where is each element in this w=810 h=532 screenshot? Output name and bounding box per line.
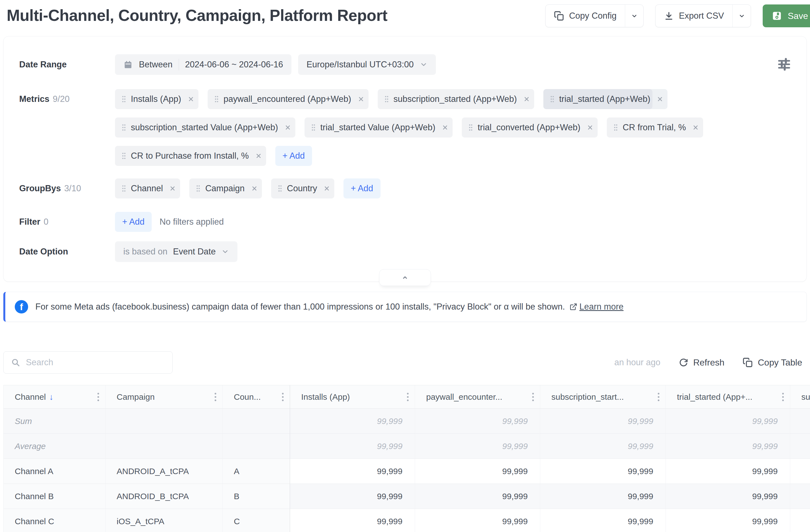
export-csv-split-button: Export CSV	[655, 4, 751, 27]
remove-icon[interactable]	[652, 89, 667, 109]
column-header-channel[interactable]: Channel↓	[4, 385, 106, 409]
column-header-label: trial_started (App+...	[677, 392, 752, 402]
remove-icon[interactable]	[688, 117, 703, 138]
column-header-m5[interactable]: su	[790, 385, 810, 409]
drag-handle-icon[interactable]	[214, 96, 219, 103]
filter-add-button[interactable]: + Add	[115, 212, 152, 232]
metric-pill-body: subscription_started Value (App+Web)	[115, 117, 280, 138]
column-header-m1[interactable]: Installs (App)	[290, 385, 415, 409]
groupbys-label: GroupBys3/10	[19, 178, 81, 198]
drag-handle-icon[interactable]	[614, 124, 618, 131]
export-csv-button[interactable]: Export CSV	[655, 5, 732, 27]
metric-pill[interactable]: trial_started Value (App+Web)	[305, 117, 453, 138]
date-range-picker[interactable]: Between 2024-06-06 ~ 2024-06-16	[115, 54, 291, 75]
metric-add-button[interactable]: + Add	[275, 146, 312, 166]
view-settings-button[interactable]	[776, 57, 792, 72]
search-box	[3, 351, 173, 374]
remove-icon[interactable]	[251, 146, 266, 166]
cell-m1: 99,999	[290, 434, 415, 459]
drag-handle-icon[interactable]	[468, 124, 473, 131]
copy-table-button[interactable]: Copy Table	[743, 357, 802, 368]
learn-more-link[interactable]: Learn more	[569, 302, 624, 312]
save-button[interactable]: Save	[763, 4, 810, 27]
sliders-icon	[777, 57, 791, 71]
cell-m5	[790, 509, 810, 532]
report-config-panel: Date Range Between 2024-06-06 ~ 2024-06-…	[3, 36, 807, 282]
drag-handle-icon[interactable]	[550, 96, 554, 103]
metric-pill[interactable]: subscription_started (App+Web)	[378, 89, 534, 109]
drag-handle-icon[interactable]	[311, 124, 315, 131]
metric-pill[interactable]: Installs (App)	[115, 89, 198, 109]
metric-pill[interactable]: trial_converted (App+Web)	[462, 117, 598, 138]
drag-handle-icon[interactable]	[122, 124, 126, 131]
cell-m3: 99,999	[540, 484, 666, 509]
column-menu-icon[interactable]	[406, 392, 409, 402]
cell-campaign	[106, 409, 223, 434]
column-header-campaign[interactable]: Campaign	[106, 385, 223, 409]
column-menu-icon[interactable]	[214, 392, 217, 402]
copy-config-button[interactable]: Copy Config	[546, 5, 625, 27]
metric-pill[interactable]: paywall_encountered (App+Web)	[208, 89, 369, 109]
cell-m1: 99,999	[290, 509, 415, 532]
drag-handle-icon[interactable]	[122, 96, 126, 103]
remove-icon[interactable]	[247, 178, 262, 198]
column-header-country[interactable]: Coun...	[223, 385, 290, 409]
metric-pill-label: CR from Trial, %	[623, 123, 686, 132]
timezone-select[interactable]: Europe/Istanbul UTC+03:00	[298, 54, 436, 75]
cell-channel: Channel A	[4, 459, 106, 484]
groupby-pill[interactable]: Channel	[115, 178, 180, 198]
metric-pill-label: Installs (App)	[131, 94, 181, 104]
metric-pill[interactable]: subscription_started Value (App+Web)	[115, 117, 295, 138]
metrics-count: 9/20	[53, 94, 69, 104]
copy-config-dropdown[interactable]	[625, 5, 643, 27]
remove-icon[interactable]	[354, 89, 369, 109]
column-menu-icon[interactable]	[532, 392, 534, 402]
remove-icon[interactable]	[519, 89, 534, 109]
column-menu-icon[interactable]	[657, 392, 660, 402]
groupby-pill-label: Campaign	[205, 183, 244, 193]
save-icon	[772, 11, 782, 21]
column-header-m4[interactable]: trial_started (App+...	[666, 385, 790, 409]
cell-m2: 99,999	[415, 434, 540, 459]
date-option-controls: is based on Event Date	[115, 241, 238, 262]
groupby-pill[interactable]: Country	[271, 178, 335, 198]
save-label: Save	[788, 11, 808, 21]
filter-controls: + Add No filters applied	[115, 212, 224, 232]
sort-desc-icon: ↓	[49, 392, 53, 402]
column-header-label: paywall_encounter...	[426, 392, 502, 402]
column-menu-icon[interactable]	[281, 392, 284, 402]
date-range-controls: Between 2024-06-06 ~ 2024-06-16 Europe/I…	[115, 54, 436, 75]
column-menu-icon[interactable]	[782, 392, 784, 402]
metric-pill[interactable]: CR from Trial, %	[607, 117, 703, 138]
drag-handle-icon[interactable]	[122, 185, 126, 192]
drag-handle-icon[interactable]	[278, 185, 282, 192]
groupby-pill-body: Channel	[115, 178, 165, 198]
column-header-m3[interactable]: subscription_start...	[540, 385, 666, 409]
metric-pill-label: trial_started (App+Web)	[559, 94, 650, 104]
date-option-select[interactable]: is based on Event Date	[115, 241, 238, 262]
remove-icon[interactable]	[280, 117, 295, 138]
column-header-label: subscription_start...	[551, 392, 624, 402]
collapse-panel-button[interactable]	[379, 269, 431, 286]
remove-icon[interactable]	[183, 89, 198, 109]
column-header-m2[interactable]: paywall_encounter...	[415, 385, 540, 409]
remove-icon[interactable]	[165, 178, 180, 198]
column-menu-icon[interactable]	[97, 392, 100, 402]
groupby-pill[interactable]: Campaign	[189, 178, 262, 198]
cell-m1: 99,999	[290, 484, 415, 509]
cell-m3: 99,999	[540, 409, 666, 434]
refresh-button[interactable]: Refresh	[679, 357, 724, 368]
drag-handle-icon[interactable]	[196, 185, 200, 192]
remove-icon[interactable]	[438, 117, 453, 138]
export-csv-dropdown[interactable]	[732, 5, 751, 27]
column-header-label: Campaign	[117, 392, 155, 402]
remove-icon[interactable]	[583, 117, 598, 138]
cell-country	[223, 434, 290, 459]
metric-pill[interactable]: CR to Purchase from Install, %	[115, 146, 266, 166]
metric-pill[interactable]: trial_started (App+Web)	[543, 89, 668, 109]
drag-handle-icon[interactable]	[384, 96, 389, 103]
search-input[interactable]	[26, 357, 165, 368]
drag-handle-icon[interactable]	[122, 152, 126, 160]
groupby-add-button[interactable]: + Add	[343, 178, 380, 198]
remove-icon[interactable]	[319, 178, 334, 198]
